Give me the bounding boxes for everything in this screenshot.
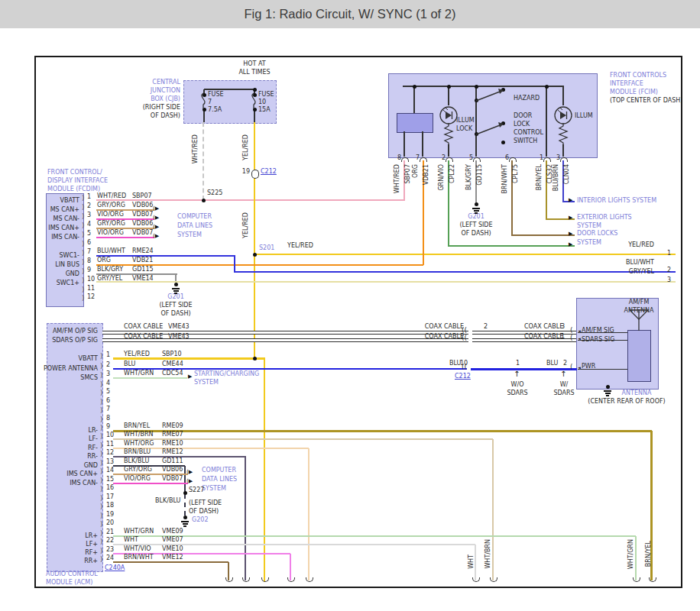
- connector-icon: [472, 577, 480, 582]
- carrow-icon: (▶: [153, 206, 159, 212]
- blu-wht-wire: [234, 255, 235, 272]
- pin-number: 22: [106, 538, 114, 544]
- pin-bracket-icon: ): [100, 416, 103, 423]
- system-ref: COMPUTER: [177, 214, 212, 220]
- pin-name: VBATT: [60, 198, 79, 204]
- pin-name: PWR: [582, 364, 595, 370]
- circuit-label: RME09: [162, 423, 183, 429]
- connector-icon: [225, 577, 233, 582]
- pin-number: 11: [87, 286, 95, 292]
- connector-icon: [251, 174, 259, 179]
- wire-label: ORG: [97, 257, 111, 263]
- system-ref: COMPUTER: [202, 467, 236, 474]
- connector-link[interactable]: C240A: [105, 565, 125, 571]
- pin-name: LIN BUS: [55, 262, 79, 268]
- pin-bracket-icon: ): [100, 468, 103, 475]
- circuit-label: RME07: [162, 432, 183, 438]
- arrow-icon: ▶: [569, 198, 572, 203]
- ground-icon: [475, 212, 478, 214]
- pin-bracket-icon: ): [100, 381, 103, 388]
- ground-label: G201: [468, 214, 484, 220]
- circuit-label: CDC54: [162, 370, 183, 377]
- wire-label: GRY/YEL: [629, 269, 654, 275]
- connector-pin: 3: [561, 324, 565, 330]
- connector-icon: [649, 577, 656, 582]
- pin-number: 4: [106, 380, 110, 386]
- pin-number: 18: [106, 503, 114, 509]
- pin-name: SWC1+: [57, 280, 79, 286]
- connector-icon: [251, 170, 259, 174]
- wire-label: GRY/ORG: [97, 202, 125, 209]
- wire-label: YEL/RED: [124, 351, 150, 357]
- hot-at-all-times-label: ALL TIMES: [238, 70, 270, 76]
- wire-label: GRY/YEL: [97, 276, 122, 282]
- connector-icon: [446, 157, 453, 162]
- illum-label: ILLUM: [575, 113, 593, 119]
- figure-title: Fig 1: Radio Circuit, W/ SYNC (1 of 2): [0, 0, 700, 28]
- pin-bracket-icon: ): [100, 451, 103, 457]
- ground-icon: [183, 525, 186, 527]
- pin-number: 3: [87, 212, 91, 218]
- paren-icon: (: [570, 364, 573, 370]
- cjb-bus: [204, 89, 254, 90]
- led-lead: [562, 86, 564, 105]
- connector-icon: [560, 157, 568, 162]
- system-ref: SYSTEM: [577, 223, 601, 229]
- pin-name: LF+: [86, 541, 98, 548]
- fcim-label: MODULE (FCIM): [610, 89, 658, 95]
- connector-pin: 19: [242, 169, 250, 175]
- circuit-label: VDB07: [132, 230, 153, 236]
- pin-bracket-icon: ): [100, 538, 103, 545]
- pin-name: SMCS: [80, 375, 98, 381]
- ground-icon: [472, 208, 480, 209]
- arrow-icon: ▶: [569, 242, 572, 247]
- wire-label: BLU: [546, 360, 558, 367]
- wire-label: BLU/WHT: [97, 248, 125, 254]
- pin-name: LF-: [89, 436, 98, 442]
- ground-icon: [606, 395, 609, 396]
- wire-label: BLK/BLU: [124, 458, 149, 464]
- pin-bracket-icon: ): [100, 548, 103, 554]
- pin-number: 1: [667, 251, 671, 257]
- blu-wht-wire: [96, 255, 235, 257]
- pin-name: RF+: [85, 550, 98, 556]
- gry-yel-wire: [96, 281, 676, 283]
- pin-name: RF-: [88, 445, 98, 451]
- fuse7-number: 7: [208, 99, 212, 105]
- acm-label: AUDIO CONTROL: [46, 571, 98, 577]
- pin-number: 2: [106, 362, 110, 368]
- wire-label: BLK/GRY: [97, 267, 123, 273]
- pin-number: 8: [106, 415, 110, 422]
- ground-icon: [181, 521, 189, 522]
- pin-bracket-icon: ): [82, 231, 85, 238]
- yel-red-wire: [254, 122, 256, 170]
- illum-lock-label: ILLUM: [456, 118, 475, 124]
- pin-name: AM/FM O/P SIG: [53, 328, 98, 335]
- door-lock-switch-label: DOOR: [514, 113, 532, 119]
- wire-label: COAX CABLE: [425, 334, 464, 340]
- illum-lock-label: LOCK: [456, 126, 472, 132]
- ground-icon: [474, 210, 479, 212]
- wire-label: WHT/GRN: [124, 370, 154, 377]
- wire-label: BRN/WHT: [124, 554, 154, 561]
- pin-name: GND: [66, 271, 79, 277]
- connector-link[interactable]: C212: [455, 373, 471, 380]
- wiring-diagram: HOT ATALL TIMESCENTRALJUNCTIONBOX (CJB)(…: [34, 56, 681, 587]
- wire-label: BLU/BRN: [553, 164, 559, 191]
- pin-number: 4: [87, 221, 91, 228]
- circuit-label: RME10: [162, 441, 183, 447]
- ground-icon: [604, 390, 611, 392]
- wht-grn-wire: [113, 377, 187, 379]
- circuit-label: CLN04: [564, 164, 570, 184]
- brn-blu-wire: [245, 457, 247, 580]
- connector-icon: [401, 157, 409, 162]
- hot-at-all-times-label: HOT AT: [243, 61, 265, 67]
- pin-number: 7: [106, 406, 110, 412]
- pin-name: LR-: [88, 428, 98, 434]
- circuit-label: VDB06: [132, 202, 153, 209]
- carrow-icon: (▶: [153, 225, 159, 230]
- pin-bracket-icon: ): [82, 213, 85, 220]
- connector-link[interactable]: C212: [261, 169, 277, 175]
- pin-number: 2: [667, 267, 671, 273]
- carrow-icon: (▶: [153, 234, 159, 239]
